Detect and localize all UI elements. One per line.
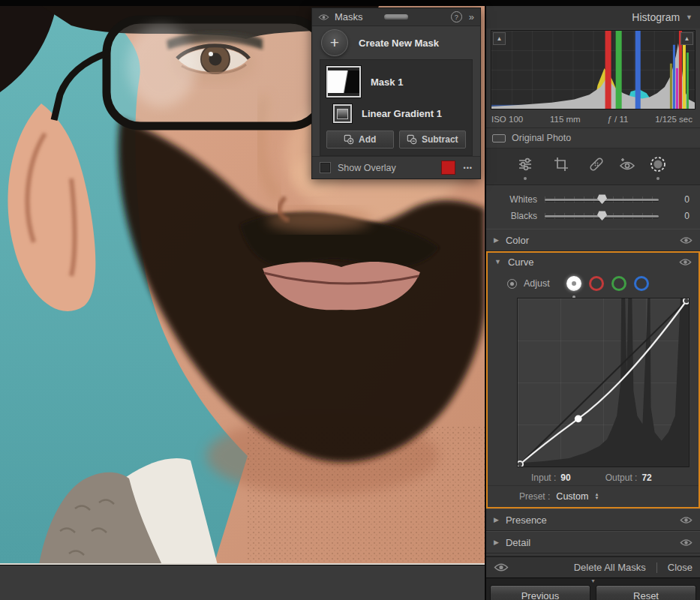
add-button[interactable]: Add — [326, 130, 394, 148]
exif-info-row: ISO 100 115 mm ƒ / 11 1/125 sec — [486, 111, 700, 128]
curve-endpoint-shadow[interactable] — [518, 461, 523, 466]
blacks-value[interactable]: 0 — [659, 211, 700, 221]
curve-section-header[interactable]: ▼ Curve — [488, 253, 698, 271]
curve-io-readout: Input : 90 Output : 72 — [488, 470, 698, 485]
detail-visibility-eye-icon[interactable] — [680, 538, 692, 547]
blacks-label: Blacks — [486, 211, 545, 221]
blacks-slider-row: Blacks 0 — [486, 208, 700, 224]
color-section-label: Color — [506, 235, 529, 246]
subtract-button[interactable]: Subtract — [399, 130, 467, 148]
exif-aperture: ƒ / 11 — [607, 115, 628, 124]
mask-visibility-eye-icon[interactable] — [494, 562, 509, 572]
create-new-mask-row[interactable]: + Create New Mask — [312, 26, 480, 59]
preset-value[interactable]: Custom — [556, 491, 588, 502]
curve-visibility-eye-icon[interactable] — [679, 258, 692, 266]
original-photo-toggle[interactable] — [492, 134, 506, 142]
edited-indicator-dot — [656, 177, 659, 180]
show-overlay-row: Show Overlay ••• — [312, 156, 480, 178]
masks-panel-header[interactable]: Masks ? » — [312, 8, 480, 26]
crop-icon[interactable] — [552, 155, 570, 173]
curve-channel-blue[interactable] — [634, 276, 649, 291]
reset-button[interactable]: Reset — [596, 585, 696, 600]
edited-indicator-dot — [524, 177, 527, 180]
curve-control-point[interactable] — [575, 416, 582, 423]
color-expand-icon[interactable]: ▶ — [494, 236, 499, 244]
original-photo-label: Original Photo — [512, 133, 571, 143]
curve-section: ▼ Curve Adjust — [486, 251, 700, 508]
healing-icon[interactable] — [587, 155, 605, 173]
mask-thumbnail[interactable] — [326, 66, 361, 98]
histogram-display[interactable]: ▲ ▲ — [491, 30, 695, 110]
mask-list-group: Mask 1 Linear Gradient 1 Add — [320, 59, 473, 156]
mask-component-item[interactable]: Linear Gradient 1 — [333, 104, 466, 123]
input-value: 90 — [560, 472, 570, 483]
highlight-clipping-icon[interactable]: ▲ — [680, 32, 693, 45]
preset-stepper-icon[interactable]: ▲▼ — [594, 493, 599, 500]
whites-label: Whites — [486, 194, 545, 205]
color-section-header[interactable]: ▶ Color — [486, 229, 700, 251]
mask-bottom-toolbar: Delete All Masks Close — [486, 556, 700, 578]
whites-value[interactable]: 0 — [659, 194, 700, 205]
curve-preset-row: Preset : Custom ▲▼ — [488, 485, 698, 507]
develop-right-panel: Histogram ▼ ▲ ▲ ISO 100 — [485, 6, 700, 600]
targeted-adjust-icon[interactable] — [507, 279, 517, 289]
delete-all-masks-button[interactable]: Delete All Masks — [574, 562, 646, 573]
develop-footer: ▾ Previous Reset — [486, 578, 700, 600]
curve-section-label: Curve — [508, 256, 534, 268]
toolbar-divider — [656, 562, 657, 573]
lightroom-develop-window: Histogram ▼ ▲ ▲ ISO 100 — [0, 0, 700, 600]
color-visibility-eye-icon[interactable] — [680, 236, 692, 244]
presence-visibility-eye-icon[interactable] — [680, 516, 692, 524]
output-value: 72 — [641, 472, 651, 483]
whites-slider-thumb[interactable] — [597, 194, 607, 204]
show-overlay-label: Show Overlay — [338, 163, 396, 173]
tone-curve-plot — [518, 298, 689, 466]
help-icon[interactable]: ? — [451, 11, 462, 22]
basic-sliders-block: Whites 0 Blacks 0 — [486, 185, 700, 229]
masks-eye-icon[interactable] — [318, 14, 329, 21]
panel-drag-handle[interactable] — [384, 14, 408, 20]
curve-channel-green[interactable] — [611, 276, 626, 291]
masking-icon[interactable] — [649, 155, 667, 173]
show-overlay-checkbox[interactable] — [320, 162, 331, 173]
mask-name: Mask 1 — [371, 76, 403, 88]
footer-expander-icon[interactable]: ▾ — [591, 578, 594, 584]
histogram-header[interactable]: Histogram ▼ — [486, 6, 700, 28]
blacks-slider-thumb[interactable] — [597, 211, 607, 220]
output-label: Output : — [605, 472, 638, 483]
original-photo-row: Original Photo — [486, 128, 700, 148]
detail-expand-icon[interactable]: ▶ — [494, 538, 499, 546]
collapse-panel-icon[interactable]: » — [469, 11, 474, 22]
adjust-label: Adjust — [524, 278, 550, 289]
shadow-clipping-icon[interactable]: ▲ — [493, 32, 506, 45]
curve-endpoint-highlight[interactable] — [683, 298, 689, 304]
mask-component-name: Linear Gradient 1 — [362, 108, 442, 119]
mask-item[interactable]: Mask 1 — [326, 66, 466, 98]
presence-expand-icon[interactable]: ▶ — [494, 516, 499, 524]
basic-adjustments-icon[interactable] — [516, 155, 534, 173]
linear-gradient-thumbnail[interactable] — [333, 104, 352, 123]
preset-label: Preset : — [519, 491, 550, 502]
curve-adjust-row: Adjust — [488, 271, 698, 296]
window-top-strip — [0, 0, 700, 6]
curve-channel-point[interactable] — [566, 276, 581, 291]
masks-panel: Masks ? » + Create New Mask Mask 1 Linea… — [311, 8, 481, 179]
workspace-bottom-strip — [0, 565, 485, 600]
previous-button[interactable]: Previous — [490, 585, 590, 600]
plus-icon[interactable]: + — [321, 29, 348, 56]
curve-channel-red[interactable] — [589, 276, 604, 291]
close-button[interactable]: Close — [668, 562, 692, 573]
red-eye-icon[interactable] — [618, 155, 636, 173]
create-new-mask-label: Create New Mask — [359, 38, 439, 49]
detail-section-label: Detail — [506, 537, 530, 548]
presence-section-header[interactable]: ▶ Presence — [486, 508, 700, 531]
tone-curve-graph[interactable] — [517, 298, 689, 467]
overlay-options-icon[interactable]: ••• — [464, 164, 473, 172]
masks-panel-title: Masks — [335, 11, 363, 22]
curve-expand-icon[interactable]: ▼ — [494, 258, 501, 266]
detail-section-header[interactable]: ▶ Detail — [486, 531, 700, 554]
histogram-collapse-icon[interactable]: ▼ — [686, 14, 692, 21]
whites-slider[interactable] — [545, 194, 659, 205]
overlay-color-swatch[interactable] — [441, 160, 455, 175]
blacks-slider[interactable] — [545, 211, 659, 221]
